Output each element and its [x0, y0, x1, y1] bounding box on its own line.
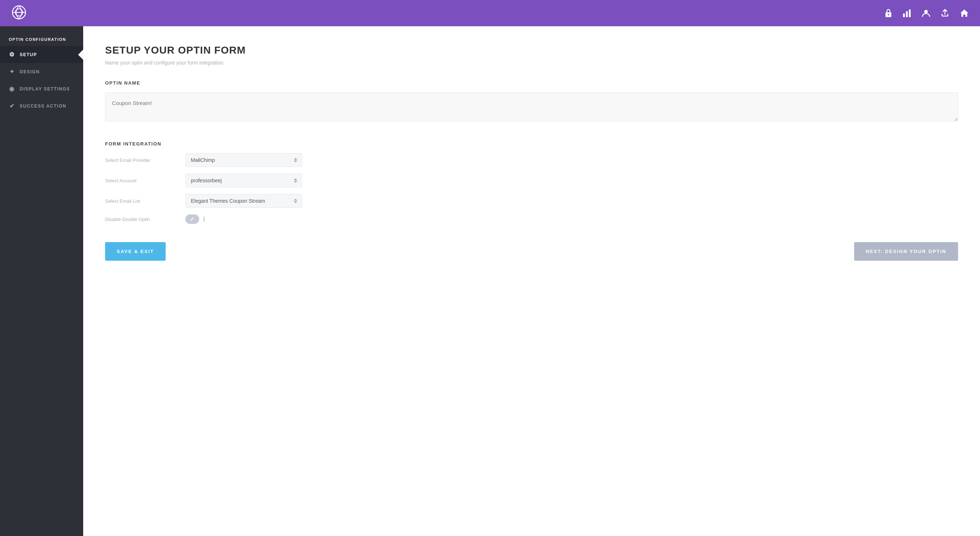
email-provider-label: Select Email Provider: [105, 157, 178, 163]
email-list-row: Select Email List Elegant Themes Coupon …: [105, 194, 958, 208]
sidebar-item-display-settings[interactable]: ◉ Display Settings: [0, 80, 83, 97]
svg-point-7: [924, 10, 928, 13]
svg-rect-5: [906, 11, 908, 17]
logo[interactable]: [11, 5, 27, 22]
account-label: Select Account: [105, 178, 178, 183]
success-icon: ✔: [9, 103, 15, 109]
email-provider-select[interactable]: MailChimp AWeber GetResponse Constant Co…: [185, 153, 302, 167]
next-button[interactable]: Next: Design Your Optin: [854, 242, 958, 261]
double-optin-row: Disable Double Optin ✔ ℹ: [105, 214, 958, 224]
lock-icon[interactable]: [885, 8, 892, 18]
page-title: Setup Your Optin Form: [105, 44, 958, 56]
optin-name-section: Optin Name: [105, 80, 958, 123]
sidebar-section-label: Optin Configuration: [0, 30, 83, 46]
svg-point-3: [888, 14, 889, 15]
upload-icon[interactable]: [940, 9, 949, 17]
sidebar-label-design: Design: [20, 69, 40, 75]
double-optin-toggle[interactable]: ✔: [185, 214, 199, 224]
main-layout: Optin Configuration ⚙ Setup ✦ Design ◉ D…: [0, 26, 980, 536]
toggle-checkmark: ✔: [190, 216, 194, 222]
sidebar-label-success: Success Action: [20, 103, 67, 109]
button-row: Save & Exit Next: Design Your Optin: [105, 242, 958, 261]
sidebar-label-display: Display Settings: [20, 86, 70, 92]
design-icon: ✦: [9, 68, 15, 75]
email-list-label: Select Email List: [105, 198, 178, 204]
double-optin-label: Disable Double Optin: [105, 217, 178, 222]
optin-name-input[interactable]: [105, 92, 958, 121]
chart-icon[interactable]: [903, 9, 912, 17]
email-list-select[interactable]: Elegant Themes Coupon Stream: [185, 194, 302, 208]
display-icon: ◉: [9, 85, 15, 92]
save-exit-button[interactable]: Save & Exit: [105, 242, 165, 261]
sidebar-item-success-action[interactable]: ✔ Success Action: [0, 97, 83, 114]
header-icons: [885, 8, 969, 18]
content-area: Setup Your Optin Form Name your optin an…: [83, 26, 980, 536]
svg-marker-12: [960, 10, 968, 13]
optin-name-label: Optin Name: [105, 80, 958, 86]
sidebar-item-setup[interactable]: ⚙ Setup: [0, 46, 83, 63]
sidebar-item-design[interactable]: ✦ Design: [0, 63, 83, 80]
svg-rect-14: [963, 14, 966, 17]
account-select[interactable]: professorbeej: [185, 174, 302, 187]
sidebar-label-setup: Setup: [20, 52, 37, 57]
person-icon[interactable]: [922, 9, 931, 17]
svg-rect-4: [903, 13, 905, 17]
svg-rect-6: [909, 10, 911, 17]
info-icon[interactable]: ℹ: [203, 215, 205, 223]
page-subtitle: Name your optin and configure your form …: [105, 60, 958, 66]
form-integration-label: Form Integration: [105, 141, 958, 147]
sidebar: Optin Configuration ⚙ Setup ✦ Design ◉ D…: [0, 26, 83, 536]
top-header: [0, 0, 980, 26]
double-optin-toggle-wrapper: ✔ ℹ: [185, 214, 205, 224]
home-icon[interactable]: [959, 9, 969, 17]
account-row: Select Account professorbeej: [105, 174, 958, 187]
form-integration-section: Form Integration Select Email Provider M…: [105, 141, 958, 224]
email-provider-row: Select Email Provider MailChimp AWeber G…: [105, 153, 958, 167]
setup-icon: ⚙: [9, 51, 15, 58]
